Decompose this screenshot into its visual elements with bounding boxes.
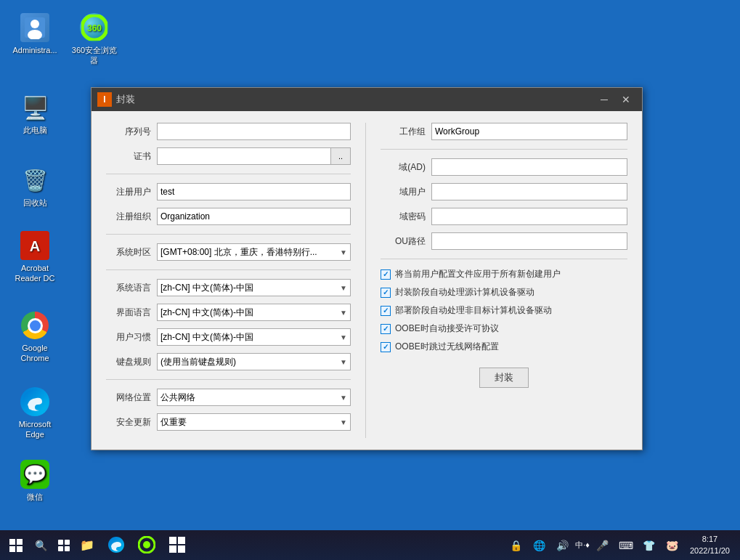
checkbox-auto-driver-src-label: 封装阶段自动处理源计算机设备驱动 [395, 286, 534, 299]
serial-input[interactable] [157, 123, 351, 140]
edge-label: MicrosoftEdge [19, 419, 52, 440]
desktop-icon-360[interactable]: 360 360安全浏览器 [65, 7, 123, 72]
svg-rect-10 [9, 546, 15, 552]
tray-icon-sound[interactable]: 🔊 [552, 535, 572, 556]
svg-rect-9 [17, 539, 23, 545]
dialog-title: 封装 [116, 93, 135, 106]
cert-input[interactable] [157, 147, 330, 165]
network-arrow: ▼ [340, 394, 347, 402]
checkbox-auto-driver-dst[interactable] [381, 306, 391, 316]
svg-text:360: 360 [87, 23, 102, 33]
taskbar-search-button[interactable]: 🔍 [29, 534, 52, 557]
encapsulate-button[interactable]: 封装 [479, 368, 529, 388]
uilang-select[interactable]: [zh-CN] 中文(简体)-中国 ▼ [157, 304, 351, 321]
tray-icon-mic[interactable]: 🎤 [593, 535, 613, 556]
syslang-select[interactable]: [zh-CN] 中文(简体)-中国 ▼ [157, 279, 351, 296]
svg-rect-8 [9, 539, 15, 545]
checkbox-row-2: 封装阶段自动处理源计算机设备驱动 [381, 286, 627, 299]
tray-icon-shirt[interactable]: 👕 [639, 535, 659, 556]
keyboard-arrow: ▼ [340, 358, 347, 366]
close-button[interactable]: ✕ [616, 92, 636, 107]
taskbar-app-edge[interactable] [102, 532, 131, 559]
tray-icon-keyboard[interactable]: ⌨ [616, 535, 636, 556]
org-label: 注册组织 [106, 211, 157, 223]
desktop-icon-acrobat[interactable]: A AcrobatReader DC [6, 225, 64, 290]
checkbox-oobe-license[interactable] [381, 324, 391, 334]
svg-rect-19 [169, 537, 176, 544]
desktop-icon-edge[interactable]: MicrosoftEdge [6, 381, 64, 446]
computer-label: 此电脑 [23, 125, 47, 135]
tray-icon-lock[interactable]: 🔒 [505, 535, 526, 556]
360-label: 360安全浏览器 [72, 45, 117, 66]
cert-input-group: .. [157, 147, 351, 165]
timezone-row: 系统时区 [GMT+08:00] 北京，重庆，香港特别行... ▼ [106, 243, 351, 261]
network-row: 网络位置 公共网络 ▼ [106, 389, 351, 406]
ou-label: OU路径 [381, 235, 431, 248]
userhabit-select[interactable]: [zh-CN] 中文(简体)-中国 ▼ [157, 328, 351, 346]
taskbar-app-win[interactable] [163, 532, 192, 559]
dialog-titlebar: I 封装 ─ ✕ [92, 88, 642, 111]
taskbar-task-view[interactable] [52, 534, 76, 557]
taskbar-clock[interactable]: 8:17 2022/11/20 [686, 532, 734, 558]
checkbox-auto-driver-src[interactable] [381, 288, 391, 298]
desktop-icon-weixin[interactable]: 💬 微信 [6, 454, 64, 508]
tray-icon-network[interactable]: 🌐 [529, 535, 549, 556]
workgroup-input[interactable] [431, 123, 627, 140]
timezone-select[interactable]: [GMT+08:00] 北京，重庆，香港特别行... ▼ [157, 243, 351, 261]
checkbox-row-1: 将当前用户配置文件应用于所有新创建用户 [381, 268, 627, 280]
domain-user-label: 域用户 [381, 186, 431, 198]
cert-browse-button[interactable]: .. [330, 147, 351, 165]
domain-user-input[interactable] [431, 183, 627, 200]
domain-ad-input[interactable] [431, 158, 627, 176]
userhabit-row: 用户习惯 [zh-CN] 中文(简体)-中国 ▼ [106, 328, 351, 346]
taskbar-file-explorer[interactable]: 📁 [76, 534, 99, 557]
checkbox-apply-profile[interactable] [381, 269, 391, 280]
checkbox-oobe-wifi[interactable] [381, 342, 391, 352]
svg-rect-12 [58, 540, 63, 545]
taskbar-app-360[interactable] [132, 532, 161, 559]
uilang-label: 界面语言 [106, 307, 157, 319]
edge-icon [20, 387, 49, 416]
svg-point-18 [143, 541, 150, 548]
ou-input[interactable] [431, 232, 627, 250]
domain-ad-row: 域(AD) [381, 158, 627, 176]
svg-rect-13 [65, 540, 70, 545]
checkbox-oobe-license-label: OOBE时自动接受许可协议 [395, 322, 499, 335]
desktop-icon-recycle[interactable]: 🗑️ 回收站 [6, 160, 64, 214]
recycle-label: 回收站 [23, 198, 47, 208]
security-select[interactable]: 仅重要 ▼ [157, 413, 351, 431]
org-row: 注册组织 [106, 208, 351, 225]
org-input[interactable] [157, 208, 351, 225]
minimize-button[interactable]: ─ [594, 92, 614, 107]
workgroup-label: 工作组 [381, 126, 431, 138]
network-value: 公共网络 [160, 391, 337, 404]
ou-row: OU路径 [381, 232, 627, 250]
360-icon: 360 [80, 13, 109, 42]
uilang-arrow: ▼ [340, 309, 347, 317]
acrobat-icon: A [20, 231, 49, 260]
checkbox-row-4: OOBE时自动接受许可协议 [381, 322, 627, 335]
user-row: 注册用户 [106, 183, 351, 200]
start-button[interactable] [3, 532, 29, 559]
checkbox-row-3: 部署阶段自动处理非目标计算机设备驱动 [381, 304, 627, 317]
left-panel: 序列号 证书 .. 注册用户 注册组织 [106, 123, 351, 438]
tray-icon-pig[interactable]: 🐷 [662, 535, 683, 556]
cert-row: 证书 .. [106, 147, 351, 165]
dialog: I 封装 ─ ✕ 序列号 证书 .. [91, 87, 643, 450]
domain-pwd-input[interactable] [431, 208, 627, 225]
keyboard-label: 键盘规则 [106, 356, 157, 368]
desktop-icon-chrome[interactable]: GoogleChrome [6, 305, 64, 370]
dialog-body: 序列号 证书 .. 注册用户 注册组织 [92, 111, 642, 450]
desktop-icon-computer[interactable]: 🖥️ 此电脑 [6, 87, 64, 141]
uilang-row: 界面语言 [zh-CN] 中文(简体)-中国 ▼ [106, 304, 351, 321]
desktop-icon-admin[interactable]: Administra... [6, 7, 64, 61]
tray-text: 中·♦ [575, 540, 590, 551]
chrome-label: GoogleChrome [20, 343, 49, 364]
svg-rect-21 [169, 545, 176, 553]
user-input[interactable] [157, 183, 351, 200]
svg-rect-15 [65, 546, 70, 551]
keyboard-select[interactable]: (使用当前键盘规则) ▼ [157, 353, 351, 370]
weixin-label: 微信 [27, 492, 43, 502]
network-select[interactable]: 公共网络 ▼ [157, 389, 351, 406]
weixin-icon: 💬 [20, 460, 49, 489]
